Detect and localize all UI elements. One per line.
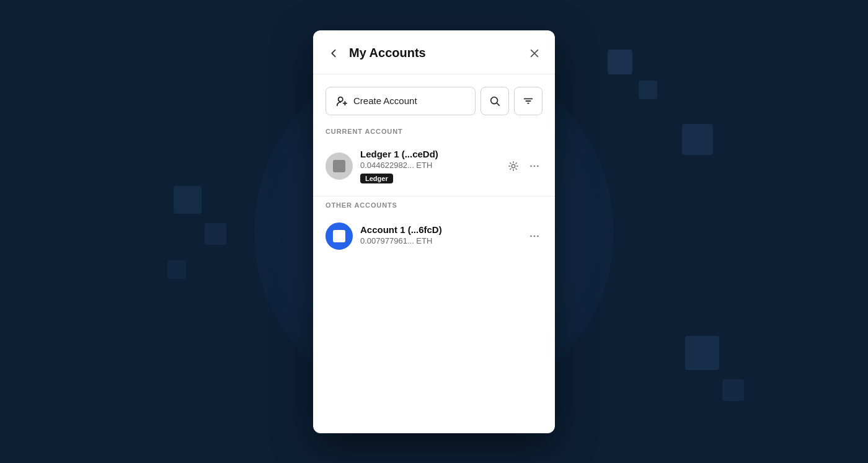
account-avatar-inner-1 [333, 230, 345, 242]
svg-point-13 [537, 165, 539, 167]
modal-header: My Accounts [313, 30, 555, 74]
svg-point-14 [530, 235, 532, 237]
create-account-button[interactable]: Create Account [326, 87, 476, 115]
other-accounts-label: OTHER ACCOUNTS [313, 201, 555, 215]
svg-line-6 [497, 103, 499, 105]
current-account-label: CURRENT ACCOUNT [313, 128, 555, 141]
search-button[interactable] [480, 87, 509, 115]
more-options-button-1[interactable] [526, 228, 542, 244]
svg-point-11 [530, 165, 532, 167]
modal-my-accounts: My Accounts Create Account [313, 30, 555, 433]
svg-point-16 [537, 235, 539, 237]
account-name-1: Account 1 (...6fcD) [360, 224, 519, 235]
svg-point-12 [534, 165, 536, 167]
settings-button[interactable] [505, 158, 521, 174]
current-account-item[interactable]: Ledger 1 (...ceDd) 0.044622982... ETH Le… [313, 141, 555, 191]
svg-point-10 [512, 164, 515, 167]
account-avatar-1 [326, 223, 353, 250]
ledger-avatar [326, 152, 353, 180]
search-icon [489, 95, 500, 107]
account-balance-1: 0.007977961... ETH [360, 236, 519, 245]
section-divider [313, 196, 555, 196]
ledger-badge: Ledger [360, 174, 393, 183]
toolbar: Create Account [313, 74, 555, 128]
header-left: My Accounts [326, 45, 426, 61]
svg-point-2 [339, 97, 343, 101]
current-account-balance: 0.044622982... ETH [360, 161, 498, 170]
account-actions-1 [526, 228, 542, 244]
ledger-avatar-inner [333, 160, 345, 172]
account-item-1[interactable]: Account 1 (...6fcD) 0.007977961... ETH [313, 215, 555, 257]
current-account-actions [505, 158, 542, 174]
add-user-icon [336, 95, 347, 107]
svg-point-15 [534, 235, 536, 237]
filter-button[interactable] [514, 87, 542, 115]
modal-title: My Accounts [349, 46, 426, 60]
current-account-name: Ledger 1 (...ceDd) [360, 149, 498, 159]
ellipsis-icon [529, 161, 540, 172]
current-account-info: Ledger 1 (...ceDd) 0.044622982... ETH Le… [360, 149, 498, 183]
account-info-1: Account 1 (...6fcD) 0.007977961... ETH [360, 224, 519, 248]
create-account-label: Create Account [353, 95, 417, 106]
gear-icon [508, 161, 519, 172]
back-button[interactable] [326, 45, 342, 61]
close-button[interactable] [526, 45, 542, 61]
filter-icon [523, 95, 534, 107]
ellipsis-icon-1 [529, 231, 540, 242]
more-options-button-current[interactable] [526, 158, 542, 174]
